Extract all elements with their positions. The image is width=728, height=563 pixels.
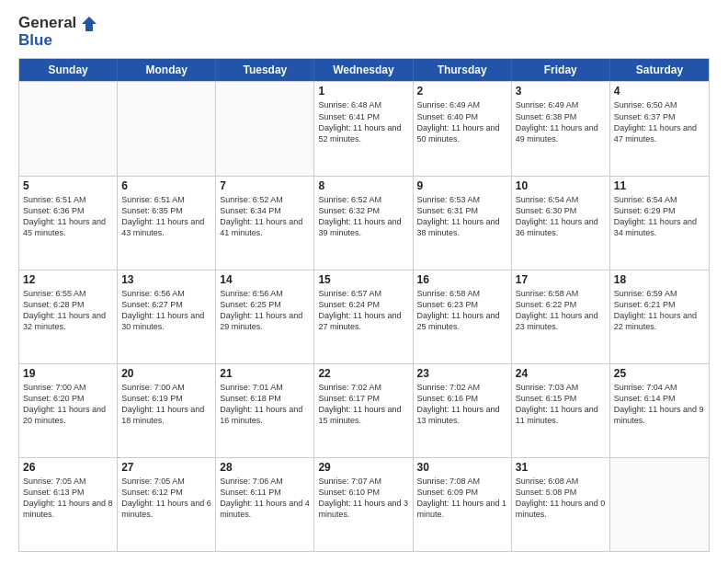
cell-info: Sunrise: 6:58 AMSunset: 6:23 PMDaylight:… [417,288,507,333]
day-cell-14: 14Sunrise: 6:56 AMSunset: 6:25 PMDayligh… [216,270,314,363]
cell-info: Sunrise: 6:49 AMSunset: 6:38 PMDaylight:… [516,99,606,144]
calendar-body: 1Sunrise: 6:48 AMSunset: 6:41 PMDaylight… [19,81,709,551]
empty-cell [19,82,118,175]
day-number: 15 [318,273,408,286]
calendar: SundayMondayTuesdayWednesdayThursdayFrid… [18,58,710,552]
day-cell-24: 24Sunrise: 7:03 AMSunset: 6:15 PMDayligh… [512,364,610,457]
day-cell-28: 28Sunrise: 7:06 AMSunset: 6:11 PMDayligh… [216,458,314,551]
calendar-row-1: 1Sunrise: 6:48 AMSunset: 6:41 PMDaylight… [19,81,709,175]
weekday-header-wednesday: Wednesday [314,59,413,81]
cell-info: Sunrise: 7:01 AMSunset: 6:18 PMDaylight:… [220,382,310,427]
day-number: 10 [516,179,606,192]
cell-info: Sunrise: 7:04 AMSunset: 6:14 PMDaylight:… [614,382,705,427]
day-cell-10: 10Sunrise: 6:54 AMSunset: 6:30 PMDayligh… [512,177,610,270]
day-number: 18 [614,273,705,286]
cell-info: Sunrise: 6:52 AMSunset: 6:34 PMDaylight:… [220,194,310,239]
day-number: 30 [417,461,507,474]
day-cell-3: 3Sunrise: 6:49 AMSunset: 6:38 PMDaylight… [512,82,610,175]
logo-text: General Blue [18,15,97,49]
cell-info: Sunrise: 6:08 AMSunset: 5:08 PMDaylight:… [516,476,606,521]
cell-info: Sunrise: 7:02 AMSunset: 6:16 PMDaylight:… [417,382,507,427]
svg-marker-0 [82,17,97,31]
cell-info: Sunrise: 6:49 AMSunset: 6:40 PMDaylight:… [417,99,507,144]
calendar-header: SundayMondayTuesdayWednesdayThursdayFrid… [19,59,709,81]
day-cell-20: 20Sunrise: 7:00 AMSunset: 6:19 PMDayligh… [118,364,216,457]
day-cell-9: 9Sunrise: 6:53 AMSunset: 6:31 PMDaylight… [414,177,512,270]
day-cell-11: 11Sunrise: 6:54 AMSunset: 6:29 PMDayligh… [610,177,709,270]
day-cell-15: 15Sunrise: 6:57 AMSunset: 6:24 PMDayligh… [314,270,413,363]
day-number: 7 [220,179,310,192]
day-number: 21 [220,367,310,380]
day-number: 6 [121,179,211,192]
weekday-header-saturday: Saturday [610,59,709,81]
day-number: 8 [318,179,408,192]
cell-info: Sunrise: 7:05 AMSunset: 6:12 PMDaylight:… [121,476,211,521]
page: General Blue SundayMondayTuesdayWednesda… [0,0,728,563]
empty-cell [118,82,216,175]
cell-info: Sunrise: 7:03 AMSunset: 6:15 PMDaylight:… [516,382,606,427]
cell-info: Sunrise: 7:08 AMSunset: 6:09 PMDaylight:… [417,476,507,521]
day-number: 22 [318,367,408,380]
day-cell-27: 27Sunrise: 7:05 AMSunset: 6:12 PMDayligh… [118,458,216,551]
day-cell-5: 5Sunrise: 6:51 AMSunset: 6:36 PMDaylight… [19,177,118,270]
day-number: 31 [516,461,606,474]
day-cell-23: 23Sunrise: 7:02 AMSunset: 6:16 PMDayligh… [414,364,512,457]
calendar-row-4: 19Sunrise: 7:00 AMSunset: 6:20 PMDayligh… [19,363,709,457]
day-number: 9 [417,179,507,192]
cell-info: Sunrise: 6:53 AMSunset: 6:31 PMDaylight:… [417,194,507,239]
day-cell-12: 12Sunrise: 6:55 AMSunset: 6:28 PMDayligh… [19,270,118,363]
cell-info: Sunrise: 6:56 AMSunset: 6:27 PMDaylight:… [121,288,211,333]
cell-info: Sunrise: 6:51 AMSunset: 6:36 PMDaylight:… [23,194,113,239]
header: General Blue [18,15,710,49]
day-number: 11 [614,179,705,192]
cell-info: Sunrise: 6:58 AMSunset: 6:22 PMDaylight:… [516,288,606,333]
cell-info: Sunrise: 7:07 AMSunset: 6:10 PMDaylight:… [318,476,408,521]
weekday-header-tuesday: Tuesday [216,59,314,81]
day-cell-29: 29Sunrise: 7:07 AMSunset: 6:10 PMDayligh… [314,458,413,551]
day-number: 27 [121,461,211,474]
day-cell-25: 25Sunrise: 7:04 AMSunset: 6:14 PMDayligh… [610,364,709,457]
cell-info: Sunrise: 6:59 AMSunset: 6:21 PMDaylight:… [614,288,705,333]
day-cell-31: 31Sunrise: 6:08 AMSunset: 5:08 PMDayligh… [512,458,610,551]
calendar-row-2: 5Sunrise: 6:51 AMSunset: 6:36 PMDaylight… [19,176,709,270]
cell-info: Sunrise: 6:54 AMSunset: 6:30 PMDaylight:… [516,194,606,239]
cell-info: Sunrise: 6:55 AMSunset: 6:28 PMDaylight:… [23,288,113,333]
cell-info: Sunrise: 6:56 AMSunset: 6:25 PMDaylight:… [220,288,310,333]
cell-info: Sunrise: 6:50 AMSunset: 6:37 PMDaylight:… [614,99,705,144]
day-number: 19 [23,367,113,380]
day-number: 26 [23,461,113,474]
weekday-header-thursday: Thursday [414,59,512,81]
day-number: 29 [318,461,408,474]
day-number: 20 [121,367,211,380]
cell-info: Sunrise: 6:52 AMSunset: 6:32 PMDaylight:… [318,194,408,239]
calendar-row-3: 12Sunrise: 6:55 AMSunset: 6:28 PMDayligh… [19,270,709,363]
day-cell-6: 6Sunrise: 6:51 AMSunset: 6:35 PMDaylight… [118,177,216,270]
logo-icon [81,16,97,32]
cell-info: Sunrise: 7:05 AMSunset: 6:13 PMDaylight:… [23,476,113,521]
day-number: 3 [516,85,606,98]
day-number: 23 [417,367,507,380]
day-cell-4: 4Sunrise: 6:50 AMSunset: 6:37 PMDaylight… [610,82,709,175]
day-cell-30: 30Sunrise: 7:08 AMSunset: 6:09 PMDayligh… [414,458,512,551]
day-number: 12 [23,273,113,286]
day-number: 2 [417,85,507,98]
day-number: 17 [516,273,606,286]
day-cell-17: 17Sunrise: 6:58 AMSunset: 6:22 PMDayligh… [512,270,610,363]
day-cell-26: 26Sunrise: 7:05 AMSunset: 6:13 PMDayligh… [19,458,118,551]
day-number: 13 [121,273,211,286]
cell-info: Sunrise: 7:00 AMSunset: 6:20 PMDaylight:… [23,382,113,427]
day-cell-1: 1Sunrise: 6:48 AMSunset: 6:41 PMDaylight… [314,82,413,175]
day-number: 16 [417,273,507,286]
day-cell-8: 8Sunrise: 6:52 AMSunset: 6:32 PMDaylight… [314,177,413,270]
empty-cell [216,82,314,175]
cell-info: Sunrise: 6:48 AMSunset: 6:41 PMDaylight:… [318,99,408,144]
weekday-header-friday: Friday [512,59,610,81]
weekday-header-sunday: Sunday [19,59,118,81]
day-cell-21: 21Sunrise: 7:01 AMSunset: 6:18 PMDayligh… [216,364,314,457]
day-number: 5 [23,179,113,192]
day-cell-13: 13Sunrise: 6:56 AMSunset: 6:27 PMDayligh… [118,270,216,363]
cell-info: Sunrise: 7:00 AMSunset: 6:19 PMDaylight:… [121,382,211,427]
day-number: 25 [614,367,705,380]
day-number: 28 [220,461,310,474]
day-cell-18: 18Sunrise: 6:59 AMSunset: 6:21 PMDayligh… [610,270,709,363]
